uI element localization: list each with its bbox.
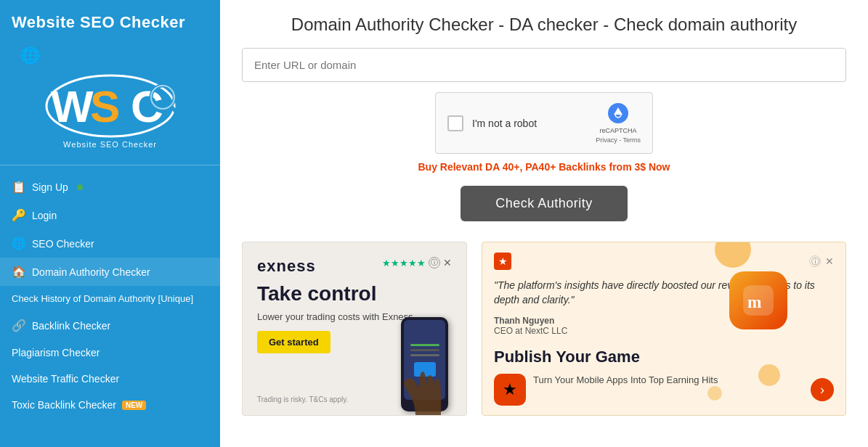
ad2-info-button[interactable]: ⓘ — [809, 255, 821, 267]
check-authority-button[interactable]: Check Authority — [461, 186, 628, 221]
backlink-icon: 🔗 — [12, 319, 26, 332]
ad2-body-row: ★ Turn Your Mobile Apps Into Top Earning… — [494, 374, 834, 406]
ad2-close-button[interactable]: ✕ — [825, 255, 834, 267]
sidebar-item-seo-checker[interactable]: 🌐 SEO Checker — [0, 229, 220, 258]
ad2-controls: ⓘ ✕ — [809, 255, 834, 267]
backlink-promo: Buy Relevant DA 40+, PA40+ Backlinks fro… — [242, 161, 846, 173]
sidebar-item-label: Toxic Backlink Checker — [12, 399, 116, 411]
sidebar-item-login[interactable]: 🔑 Login — [0, 201, 220, 229]
wsc-label: Website SEO Checker — [63, 140, 157, 149]
ad-close-button[interactable]: ✕ — [443, 257, 452, 268]
ad2-star-icon: ★ — [498, 255, 508, 267]
recaptcha-brand-text: reCAPTCHA Privacy - Terms — [596, 126, 641, 144]
sidebar-item-label: Sign Up — [32, 181, 68, 193]
url-input[interactable] — [243, 49, 845, 81]
recaptcha-label: I'm not a robot — [472, 118, 537, 129]
svg-text:m: m — [747, 292, 762, 311]
mint-icon-large: m — [729, 271, 787, 329]
ad2-star-badge: ★ — [494, 253, 511, 270]
orange-deco-2 — [758, 364, 780, 386]
sidebar-item-website-traffic[interactable]: Website Traffic Checker — [0, 366, 220, 392]
sidebar-item-backlink-checker[interactable]: 🔗 Backlink Checker — [0, 311, 220, 340]
ad-exness: exness ★★★★★ ⓘ ✕ Take control Lower your… — [242, 242, 467, 416]
login-icon: 🔑 — [12, 208, 26, 222]
sidebar-item-label: Plagiarism Checker — [12, 347, 100, 358]
ad-info-button[interactable]: ⓘ — [429, 257, 440, 268]
sidebar-nav: 📋 Sign Up 🔑 Login 🌐 SEO Checker 🏠 Domain… — [0, 170, 220, 421]
ad2-headline: Publish Your Game — [494, 348, 834, 366]
ad2-author-title: CEO at NextC LLC — [494, 326, 567, 336]
ad-exness-header: exness ★★★★★ ⓘ ✕ — [257, 257, 452, 276]
sidebar-item-sign-up[interactable]: 📋 Sign Up — [0, 173, 220, 201]
ad-phone-illustration — [386, 284, 459, 415]
ad-controls: ★★★★★ ⓘ ✕ — [382, 257, 452, 268]
ad-exness-cta[interactable]: Get started — [257, 331, 330, 353]
ad2-app-icon: ★ — [494, 374, 526, 406]
hand-svg — [401, 357, 459, 415]
sign-up-icon: 📋 — [12, 180, 26, 194]
new-badge: NEW — [122, 401, 146, 410]
url-input-wrapper — [242, 48, 846, 82]
recaptcha-wrapper: I'm not a robot reCAPTCHA Privacy - Term… — [242, 92, 846, 154]
sidebar-item-check-history[interactable]: Check History of Domain Authority [Uniqu… — [0, 286, 220, 311]
recaptcha-branding: reCAPTCHA Privacy - Terms — [596, 102, 641, 144]
svg-line-5 — [171, 106, 177, 113]
ad2-arrow-button[interactable]: › — [811, 378, 834, 401]
sidebar-item-label: Domain Authority Checker — [32, 266, 150, 278]
sidebar-item-label: SEO Checker — [32, 238, 94, 250]
domain-authority-icon: 🏠 — [12, 265, 26, 279]
ad2-header: ★ ⓘ ✕ — [494, 253, 834, 270]
svg-text:W: W — [51, 81, 94, 131]
ad2-author-name: Thanh Nguyen — [494, 316, 554, 326]
ads-row: exness ★★★★★ ⓘ ✕ Take control Lower your… — [242, 242, 846, 416]
recaptcha-left: I'm not a robot — [447, 115, 537, 131]
app-title: Website SEO Checker — [0, 0, 220, 41]
online-badge — [77, 184, 83, 190]
globe-icon: 🌐 — [20, 46, 40, 65]
sidebar-item-label: Website Traffic Checker — [12, 373, 119, 385]
seo-checker-icon: 🌐 — [12, 237, 26, 250]
recaptcha-logo — [607, 102, 630, 125]
sidebar-item-domain-authority[interactable]: 🏠 Domain Authority Checker — [0, 258, 220, 286]
ad-mintegral: m ★ ⓘ ✕ "The platform's insights have di… — [482, 242, 846, 416]
main-content: Domain Authority Checker - DA checker - … — [220, 0, 868, 447]
check-btn-wrapper: Check Authority — [242, 186, 846, 221]
sidebar-item-label: Check History of Domain Authority [Uniqu… — [12, 293, 193, 304]
sidebar-item-label: Login — [32, 210, 57, 221]
sidebar-item-plagiarism-checker[interactable]: Plagiarism Checker — [0, 340, 220, 366]
trustpilot-stars: ★★★★★ — [382, 258, 426, 268]
wsc-logo-svg: W S C — [38, 70, 183, 139]
mint-logo-svg: m — [740, 282, 776, 319]
svg-text:S: S — [90, 81, 120, 131]
recaptcha-checkbox[interactable] — [447, 115, 463, 131]
recaptcha-box: I'm not a robot reCAPTCHA Privacy - Term… — [435, 92, 653, 154]
page-title: Domain Authority Checker - DA checker - … — [242, 15, 846, 35]
sidebar: Website SEO Checker 🌐 W S C Website SEO … — [0, 0, 220, 447]
sidebar-item-label: Backlink Checker — [32, 320, 110, 332]
ad2-app-star: ★ — [503, 380, 517, 399]
sidebar-item-toxic-backlink[interactable]: Toxic Backlink Checker NEW — [0, 392, 220, 418]
sidebar-logo: 🌐 W S C Website SEO Checker — [0, 41, 220, 160]
exness-logo: exness — [257, 257, 316, 276]
